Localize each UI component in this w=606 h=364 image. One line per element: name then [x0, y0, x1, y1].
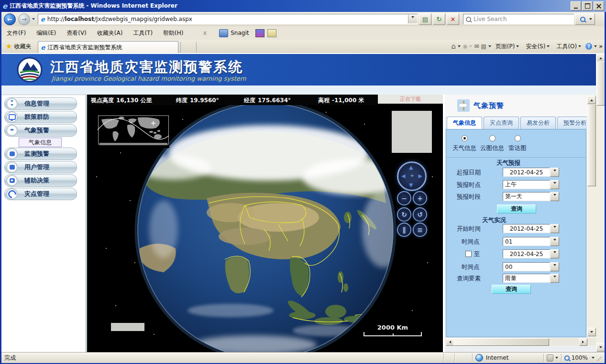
sidebar-item-decision-support[interactable]: 辅助决策: [4, 174, 77, 187]
url-dropdown-button[interactable]: [408, 15, 417, 23]
page-vertical-scrollbar[interactable]: [596, 53, 605, 352]
start-hour-select[interactable]: 01: [503, 237, 559, 246]
scroll-thumb[interactable]: [596, 62, 605, 106]
search-go-button[interactable]: [575, 13, 595, 25]
pan-down-icon[interactable]: ▼: [409, 182, 413, 188]
sidebar-item-weather-warning[interactable]: ☂ 气象预警: [4, 124, 77, 137]
dropdown-arrow-icon[interactable]: [550, 224, 559, 233]
dropdown-arrow-icon[interactable]: [550, 237, 559, 246]
radio-icon[interactable]: [489, 135, 496, 141]
pan-control[interactable]: ▲ ▼ ◀ ▶ +: [397, 161, 427, 191]
end-hour-select[interactable]: 00: [503, 262, 559, 271]
pan-up-icon[interactable]: ▲: [409, 165, 413, 170]
menu-favorites[interactable]: 收藏夹(A): [92, 27, 128, 39]
menu-edit[interactable]: 编辑(E): [31, 27, 61, 39]
dropdown-arrow-icon[interactable]: [550, 192, 559, 201]
scroll-up-button[interactable]: [587, 96, 596, 104]
protected-mode-chevron-icon[interactable]: [555, 357, 558, 360]
rotate-cw-button[interactable]: ↻: [397, 207, 411, 222]
close-button[interactable]: [594, 1, 604, 11]
dropdown-arrow-icon[interactable]: [550, 262, 559, 271]
menu-file[interactable]: 文件(F): [1, 27, 31, 39]
page-menu-button[interactable]: 页面(P): [493, 43, 522, 51]
pan-center-icon[interactable]: +: [410, 173, 414, 178]
title-bar[interactable]: e 江西省地质灾害监测预警系统 - Windows Internet Explo…: [0, 0, 606, 12]
address-input[interactable]: e http://localhost/Jxdzwebgis_mapgis/gri…: [38, 14, 418, 24]
tab-susceptibility-analysis[interactable]: 易发分析: [520, 117, 556, 129]
radio-weather-info[interactable]: 天气信息: [450, 135, 479, 152]
help-chevron-icon[interactable]: [594, 45, 597, 49]
layers-button[interactable]: ≡: [413, 223, 427, 237]
globe-map-view[interactable]: 视点高度16,130 公里 纬度19.9560° 经度175.6634° 高程-…: [87, 95, 443, 352]
toolbar-close-icon[interactable]: x: [203, 30, 207, 36]
actual-query-button[interactable]: 查询: [492, 285, 531, 294]
feed-icon[interactable]: ◉: [463, 43, 467, 50]
forecast-date-select[interactable]: 2012-04-25: [503, 168, 559, 177]
resize-grip[interactable]: [595, 355, 602, 361]
sidebar-item-group-prevention[interactable]: 群策群防: [4, 111, 77, 123]
sidebar-subitem-weather-info[interactable]: 气象信息: [19, 138, 62, 147]
home-chevron-icon[interactable]: [458, 45, 461, 49]
help-icon[interactable]: ?: [585, 43, 592, 50]
sidebar-item-info-management[interactable]: 信息管理: [4, 97, 77, 110]
zoom-out-button[interactable]: −: [397, 191, 411, 205]
sidebar-item-hazard-point-management[interactable]: 灾点管理: [4, 188, 77, 200]
scroll-thumb[interactable]: [453, 338, 549, 346]
dropdown-arrow-icon[interactable]: [550, 180, 559, 189]
scroll-down-button[interactable]: [596, 343, 605, 352]
scroll-right-button[interactable]: [579, 338, 587, 346]
menu-view[interactable]: 查看(V): [61, 27, 92, 39]
panel-vertical-scrollbar[interactable]: [587, 95, 596, 337]
tilt-button[interactable]: ∥: [397, 223, 411, 237]
panel-horizontal-scrollbar[interactable]: [445, 338, 596, 345]
radio-icon[interactable]: [515, 135, 521, 141]
more-chevron-icon[interactable]: »: [599, 43, 603, 50]
dropdown-arrow-icon[interactable]: [550, 249, 559, 258]
print-icon[interactable]: ▤: [481, 43, 486, 50]
snagit-text-capture-icon[interactable]: [267, 29, 276, 37]
snagit-capture-icon[interactable]: [255, 29, 264, 37]
pan-right-icon[interactable]: ▶: [419, 173, 422, 179]
end-date-select[interactable]: 2012-04-25: [503, 249, 559, 258]
zoom-chevron-icon[interactable]: [592, 357, 595, 360]
print-chevron-icon[interactable]: [488, 45, 491, 49]
snagit-label[interactable]: Snagit: [231, 30, 249, 36]
radio-icon[interactable]: [462, 135, 468, 141]
stop-button[interactable]: ✕: [447, 13, 459, 25]
menu-tools[interactable]: 工具(T): [128, 27, 158, 39]
mail-icon[interactable]: ✉: [474, 43, 479, 50]
protected-mode-pane[interactable]: [543, 353, 561, 362]
search-input[interactable]: Live Search: [463, 14, 574, 24]
tools-menu-button[interactable]: 工具(O): [554, 43, 584, 51]
scroll-up-button[interactable]: [596, 54, 605, 62]
history-chevron-icon[interactable]: [32, 18, 35, 21]
zoom-pane[interactable]: 100%: [561, 353, 605, 362]
new-tab-button[interactable]: [180, 42, 197, 53]
zoom-in-button[interactable]: +: [413, 191, 427, 205]
refresh-button[interactable]: ↻: [433, 13, 445, 25]
dropdown-arrow-icon[interactable]: [550, 274, 559, 283]
tab-weather-info[interactable]: 气象信息: [447, 117, 482, 129]
dropdown-arrow-icon[interactable]: [550, 168, 559, 177]
overview-inset-map[interactable]: [98, 114, 169, 148]
end-date-checkbox[interactable]: [465, 251, 472, 257]
compatibility-button[interactable]: ▤: [419, 13, 431, 25]
forecast-query-button[interactable]: 查询: [497, 204, 536, 214]
safety-menu-button[interactable]: 安全(S): [523, 43, 552, 51]
forecast-time-select[interactable]: 上午: [503, 180, 559, 189]
sidebar-item-user-management[interactable]: 用户管理: [4, 161, 77, 173]
pan-left-icon[interactable]: ◀: [401, 173, 405, 179]
radio-radar-image[interactable]: 雷达图: [506, 135, 529, 152]
minimize-button[interactable]: [571, 1, 581, 11]
back-button[interactable]: ←: [4, 13, 16, 25]
maximize-button[interactable]: [582, 1, 593, 11]
rotate-ccw-button[interactable]: ↺: [413, 207, 427, 222]
tab-hazard-query[interactable]: 灾点查询: [484, 117, 519, 129]
home-icon[interactable]: ⌂: [451, 42, 456, 51]
scroll-left-button[interactable]: [446, 338, 454, 346]
query-element-select[interactable]: 雨量: [503, 274, 559, 283]
favorites-button[interactable]: 收藏夹: [14, 43, 31, 51]
forward-button[interactable]: →: [18, 13, 30, 25]
sidebar-item-monitoring-warning[interactable]: 监测预警: [4, 148, 77, 160]
scroll-down-button[interactable]: [587, 328, 596, 336]
